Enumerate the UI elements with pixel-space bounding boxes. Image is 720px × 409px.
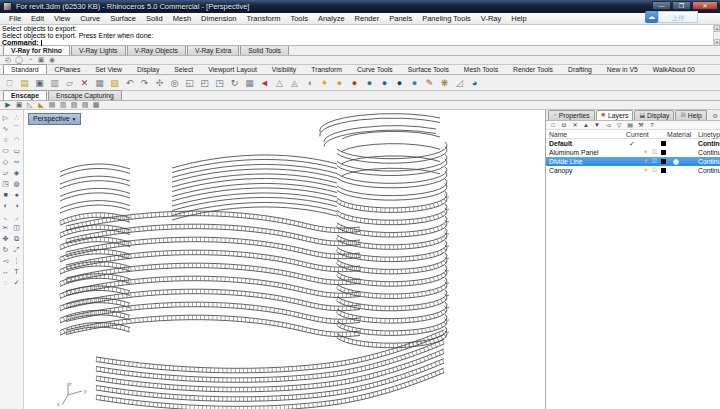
arc-icon[interactable]: ◠ xyxy=(11,134,22,145)
layer-material-ball-icon[interactable] xyxy=(673,159,679,165)
move-up-icon[interactable]: ▲ xyxy=(582,121,590,129)
dimension-icon[interactable]: ↔ xyxy=(0,266,11,277)
copy-icon[interactable]: ▦ xyxy=(93,76,106,90)
revolve-icon[interactable]: ◍ xyxy=(11,178,22,189)
col-header-current[interactable]: Current xyxy=(626,130,649,139)
tab-render-tools[interactable]: Render Tools xyxy=(506,65,560,74)
delete-icon[interactable]: ✕ xyxy=(78,76,91,90)
layer-row[interactable]: Canopy☀⚿Continuous xyxy=(546,166,720,175)
grid-table-icon[interactable]: ▦ xyxy=(243,76,256,90)
ellipse-icon[interactable]: ⬭ xyxy=(0,145,11,156)
delete-layer-icon[interactable]: ✕ xyxy=(571,121,579,129)
chamfer-icon[interactable]: ◞ xyxy=(11,211,22,222)
layer-state-icon[interactable]: ◖ xyxy=(303,76,316,90)
menu-edit[interactable]: Edit xyxy=(26,14,49,23)
layer-row[interactable]: Divide Line☀⚿Continuous xyxy=(546,157,720,166)
layer-name[interactable]: Divide Line xyxy=(549,157,583,166)
panel-help-icon[interactable]: ? xyxy=(648,121,656,129)
scroll-down-icon[interactable]: ▼ xyxy=(714,39,720,46)
render-sphere-teal-icon[interactable]: ● xyxy=(363,76,376,90)
tab-display[interactable]: ⬓Display xyxy=(634,110,674,120)
tab-cplanes[interactable]: CPlanes xyxy=(48,65,88,74)
tab-display[interactable]: Display xyxy=(130,65,166,74)
rectangle-icon[interactable]: ▭ xyxy=(11,145,22,156)
enscape-panorama-icon[interactable]: ▧ xyxy=(69,101,79,109)
layer-linetype[interactable]: Continuous xyxy=(698,139,720,148)
perspective-viewport[interactable]: Perspective ▼ z y x xyxy=(24,110,545,409)
pan-icon[interactable]: ✣ xyxy=(153,76,166,90)
menu-view[interactable]: View xyxy=(49,14,75,23)
wireframe-model-canvas[interactable] xyxy=(24,110,545,409)
tab-properties[interactable]: ◔Properties xyxy=(548,110,595,120)
scale-tool-icon[interactable]: ⤢ xyxy=(11,244,22,255)
tab-mesh-tools[interactable]: Mesh Tools xyxy=(457,65,505,74)
layer-on-bulb-icon[interactable]: ☀ xyxy=(643,157,648,166)
select-icon[interactable]: ◬ xyxy=(288,76,301,90)
tools-wrench-icon[interactable]: ⚒ xyxy=(637,121,645,129)
enscape-sync-icon[interactable]: ▣ xyxy=(14,101,24,109)
undo-icon[interactable]: ↶ xyxy=(123,76,136,90)
command-scrollbar[interactable]: ▲▼ xyxy=(713,25,720,46)
vray-material-editor-icon[interactable]: ◔ xyxy=(25,56,35,64)
circle-icon[interactable]: ○ xyxy=(0,134,11,145)
rotate-view-icon[interactable]: ↻ xyxy=(228,76,241,90)
extrude-icon[interactable]: ◳ xyxy=(0,178,11,189)
enscape-start-icon[interactable]: ▶ xyxy=(3,101,13,109)
magnet-icon[interactable]: ◿ xyxy=(453,76,466,90)
paste-icon[interactable]: ▧ xyxy=(108,76,121,90)
move-icon[interactable]: △ xyxy=(273,76,286,90)
tab-v-ray-extra[interactable]: V-Ray Extra xyxy=(187,45,239,55)
layer-name[interactable]: Canopy xyxy=(549,166,572,175)
zoom-extents-icon[interactable]: ◳ xyxy=(213,76,226,90)
redo-icon[interactable]: ↷ xyxy=(138,76,151,90)
tab-help[interactable]: ☒Help xyxy=(675,110,706,120)
col-header-linetype[interactable]: Linetype xyxy=(698,130,720,139)
box-icon[interactable]: ■ xyxy=(0,189,11,200)
col-header-name[interactable]: Name xyxy=(549,130,567,139)
tab-transform[interactable]: Transform xyxy=(304,65,349,74)
surface-icon[interactable]: ▱ xyxy=(0,167,11,178)
tab-surface-tools[interactable]: Surface Tools xyxy=(401,65,456,74)
command-prompt[interactable]: Command: xyxy=(2,39,39,46)
pointer-icon[interactable]: ▷ xyxy=(0,112,11,123)
open-file-icon[interactable]: ▤ xyxy=(18,76,31,90)
tab-visibility[interactable]: Visibility xyxy=(265,65,303,74)
enscape-view-icon[interactable]: ◺ xyxy=(25,101,35,109)
tab-v-ray-lights[interactable]: V-Ray Lights xyxy=(71,45,126,55)
print-icon[interactable]: ▥ xyxy=(48,76,61,90)
current-layer-check-icon[interactable]: ✓ xyxy=(629,139,635,148)
fillet-icon[interactable]: ◟ xyxy=(0,211,11,222)
tab-standard[interactable]: Standard xyxy=(3,64,47,74)
menu-file[interactable]: File xyxy=(4,14,26,23)
filter-icon[interactable]: ▽ xyxy=(615,121,623,129)
help-globe-icon[interactable]: ◕ xyxy=(468,76,481,90)
viewport-title[interactable]: Perspective ▼ xyxy=(28,113,81,125)
tab-drafting[interactable]: Drafting xyxy=(561,65,599,74)
panel-gear-icon[interactable]: ⚙ xyxy=(713,112,718,119)
enscape-settings-icon[interactable]: ▨ xyxy=(80,101,90,109)
tab-set-view[interactable]: Set View xyxy=(88,65,129,74)
enscape-screenshot-icon[interactable]: ▤ xyxy=(47,101,57,109)
boolean-union-icon[interactable]: ◐ xyxy=(0,200,11,211)
layer-linetype[interactable]: Continuous xyxy=(698,166,720,175)
sphere-icon[interactable]: ● xyxy=(11,189,22,200)
minimize-button[interactable]: — xyxy=(652,1,671,10)
move-down-icon[interactable]: ▼ xyxy=(593,121,601,129)
layer-linetype[interactable]: Continuous xyxy=(698,148,720,157)
layer-color-swatch[interactable] xyxy=(661,168,666,173)
tab-enscape-capturing[interactable]: Enscape Capturing xyxy=(48,90,122,100)
render-sphere-blue-icon[interactable]: ● xyxy=(378,76,391,90)
menu-help[interactable]: Help xyxy=(506,14,531,23)
move-tool-icon[interactable]: ✥ xyxy=(0,233,11,244)
layer-color-swatch[interactable] xyxy=(661,141,666,146)
render-sphere-cyan-icon[interactable]: ● xyxy=(408,76,421,90)
layer-linetype[interactable]: Continuous xyxy=(698,157,720,166)
text-icon[interactable]: T xyxy=(11,266,22,277)
layer-name[interactable]: Aluminum Panel xyxy=(549,148,599,157)
menu-panels[interactable]: Panels xyxy=(384,14,417,23)
layer-lock-icon[interactable]: ⚿ xyxy=(652,166,657,175)
menu-mesh[interactable]: Mesh xyxy=(168,14,196,23)
copy-tool-icon[interactable]: ⧉ xyxy=(11,233,22,244)
vray-options-icon[interactable]: ◯ xyxy=(14,56,24,64)
vray-render-icon[interactable]: ◴ xyxy=(3,56,13,64)
